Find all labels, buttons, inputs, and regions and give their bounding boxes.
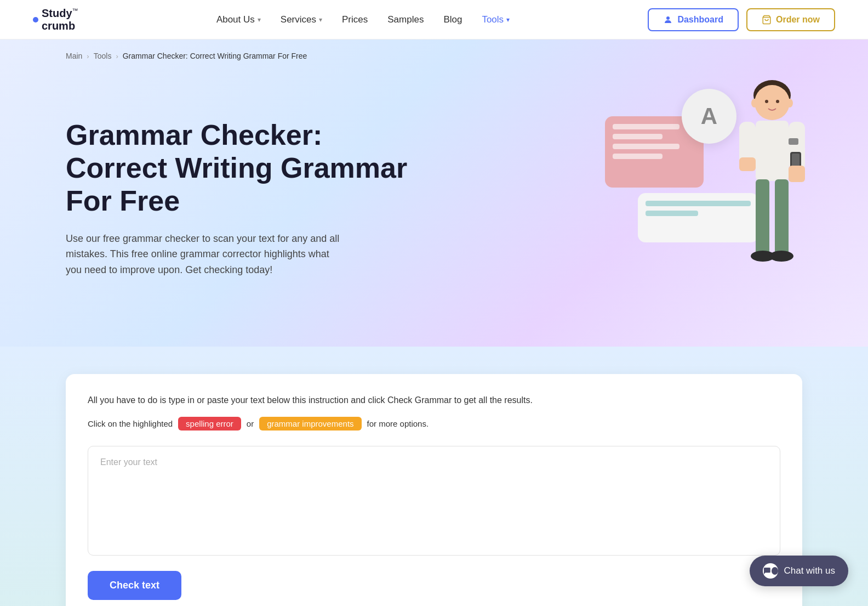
logo-text: Study™ crumb [42, 7, 78, 32]
svg-point-4 [751, 99, 758, 107]
dashboard-button[interactable]: Dashboard [648, 8, 739, 31]
doc-line [613, 144, 679, 149]
nav-prices[interactable]: Prices [342, 14, 368, 25]
logo[interactable]: Study™ crumb [33, 7, 78, 32]
svg-point-6 [765, 100, 768, 103]
chat-icon [763, 566, 772, 576]
main-nav: About Us ▾ Services ▾ Prices Samples Blo… [216, 14, 510, 25]
hero-title: Grammar Checker: Correct Writing Grammar… [66, 119, 416, 217]
doc-line [613, 124, 679, 129]
chevron-down-icon: ▾ [319, 16, 322, 24]
breadcrumb-main[interactable]: Main [66, 52, 82, 60]
nav-samples[interactable]: Samples [387, 14, 424, 25]
hero-section: Main › Tools › Grammar Checker: Correct … [0, 39, 868, 347]
logo-dot [33, 17, 38, 22]
legend-or: or [247, 419, 254, 428]
instruction-text: All you have to do is type in or paste y… [88, 394, 780, 407]
grammar-badge: grammar improvements [259, 417, 361, 431]
legend-suffix: for more options. [367, 419, 429, 428]
person-illustration [726, 72, 819, 308]
checker-box: All you have to do is type in or paste y… [66, 374, 802, 606]
user-icon [663, 15, 673, 25]
chevron-down-icon: ▾ [258, 16, 261, 24]
header-actions: Dashboard Order now [648, 8, 835, 31]
hero-content: Grammar Checker: Correct Writing Grammar… [66, 119, 416, 278]
doc-line [613, 134, 663, 139]
header: Study™ crumb About Us ▾ Services ▾ Price… [0, 0, 868, 39]
svg-point-16 [769, 251, 793, 262]
svg-rect-17 [789, 138, 798, 145]
spelling-badge: spelling error [178, 417, 241, 431]
svg-point-0 [666, 16, 670, 20]
breadcrumb-current: Grammar Checker: Correct Writing Grammar… [123, 52, 307, 60]
cart-icon [762, 15, 772, 25]
hero-subtitle: Use our free grammar checker to scan you… [66, 231, 340, 278]
breadcrumb: Main › Tools › Grammar Checker: Correct … [66, 52, 307, 60]
main-content: All you have to do is type in or paste y… [0, 347, 868, 606]
legend-row: Click on the highlighted spelling error … [88, 417, 780, 431]
doc-line2 [646, 211, 698, 216]
svg-point-3 [755, 85, 790, 120]
check-text-button[interactable]: Check text [88, 571, 181, 600]
svg-rect-19 [739, 157, 756, 171]
legend-prefix: Click on the highlighted [88, 419, 173, 428]
chat-label: Chat with us [784, 565, 835, 576]
svg-rect-18 [789, 166, 805, 182]
svg-rect-14 [775, 179, 789, 256]
text-area-placeholder: Enter your text [100, 457, 157, 467]
hero-illustration: A [594, 72, 824, 325]
chevron-down-icon: ▾ [506, 16, 510, 24]
breadcrumb-tools[interactable]: Tools [94, 52, 112, 60]
svg-point-5 [786, 99, 793, 107]
breadcrumb-sep2: › [116, 52, 118, 60]
nav-blog[interactable]: Blog [443, 14, 462, 25]
doc-line [613, 154, 663, 159]
person-svg [726, 72, 819, 308]
svg-rect-8 [756, 121, 789, 181]
nav-about[interactable]: About Us ▾ [216, 14, 261, 25]
svg-rect-13 [756, 179, 769, 256]
chat-widget[interactable]: Chat with us [750, 556, 848, 586]
nav-tools[interactable]: Tools ▾ [482, 14, 510, 25]
svg-point-7 [776, 100, 779, 103]
text-input-area[interactable]: Enter your text [88, 446, 780, 556]
chat-bubble-icon [763, 563, 778, 579]
nav-services[interactable]: Services ▾ [281, 14, 322, 25]
breadcrumb-sep: › [87, 52, 89, 60]
order-button[interactable]: Order now [746, 8, 835, 31]
